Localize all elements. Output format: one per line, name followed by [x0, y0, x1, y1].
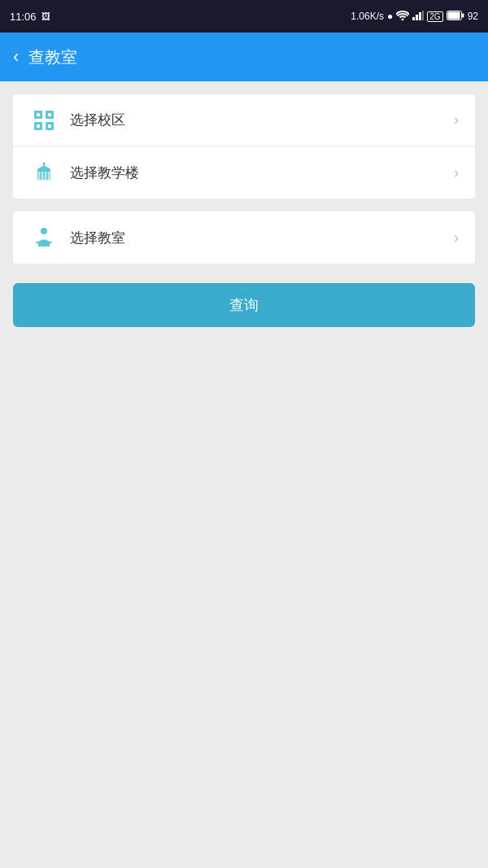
app-header: ‹ 查教室 [0, 33, 488, 81]
svg-rect-4 [422, 11, 424, 20]
building-label: 选择教学楼 [70, 164, 454, 182]
battery-icon [447, 11, 464, 23]
svg-rect-3 [419, 12, 421, 20]
screenshot-icon: 🖼 [41, 11, 50, 21]
svg-rect-6 [447, 11, 460, 19]
campus-label: 选择校区 [70, 111, 454, 129]
svg-rect-2 [416, 15, 418, 20]
status-bar-right: 1.06K/s ● 2G 92 [351, 11, 478, 23]
page-title: 查教室 [28, 46, 77, 68]
campus-icon [29, 106, 59, 135]
network-type-icon: 2G [427, 11, 442, 22]
wifi-icon [396, 11, 409, 23]
svg-rect-14 [48, 113, 51, 116]
query-button[interactable]: 查询 [13, 283, 475, 327]
battery-percent: 92 [468, 11, 478, 22]
campus-chevron: › [454, 111, 459, 129]
speed-display: 1.06K/s [351, 11, 384, 22]
svg-rect-1 [412, 17, 415, 20]
classroom-chevron: › [454, 229, 459, 246]
svg-rect-7 [462, 13, 464, 17]
building-icon [29, 158, 59, 187]
building-selector[interactable]: 选择教学楼 › [13, 146, 475, 198]
classroom-icon [29, 223, 59, 252]
svg-rect-21 [48, 172, 50, 180]
svg-point-25 [41, 228, 47, 234]
selection-section-1: 选择校区 › 选 [13, 94, 475, 198]
svg-rect-12 [37, 113, 40, 116]
svg-rect-20 [45, 172, 47, 180]
svg-rect-13 [37, 124, 40, 128]
svg-point-24 [43, 163, 46, 165]
svg-rect-19 [41, 172, 44, 180]
status-bar-left: 11:06 🖼 [10, 11, 50, 23]
building-chevron: › [454, 164, 459, 181]
svg-rect-15 [48, 124, 51, 128]
svg-point-0 [402, 18, 404, 20]
selection-section-2: 选择教室 › [13, 212, 475, 264]
query-button-label: 查询 [229, 295, 259, 315]
classroom-selector[interactable]: 选择教室 › [13, 212, 475, 264]
classroom-label: 选择教室 [70, 229, 454, 247]
vpn-icon: ● [387, 11, 393, 22]
mobile-signal-icon [412, 11, 424, 23]
time-display: 11:06 [10, 11, 37, 23]
campus-selector[interactable]: 选择校区 › [13, 94, 475, 146]
status-bar: 11:06 🖼 1.06K/s ● 2G [0, 0, 488, 33]
back-button[interactable]: ‹ [13, 46, 19, 68]
svg-rect-18 [38, 172, 41, 180]
main-content: 选择校区 › 选 [0, 81, 488, 868]
svg-rect-26 [36, 242, 52, 243]
